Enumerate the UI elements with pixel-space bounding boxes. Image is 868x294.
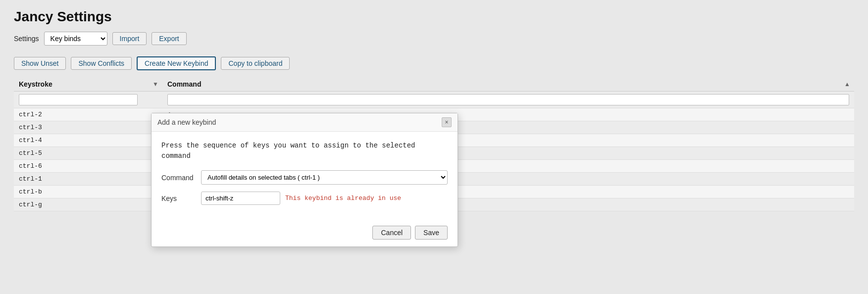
modal-close-button[interactable]: × <box>442 117 452 127</box>
keystroke-filter-cell <box>14 92 162 108</box>
keystroke-cell: ctrl-3 <box>14 121 162 134</box>
command-sort-icon: ▲ <box>844 81 850 88</box>
keystroke-cell: ctrl-1 <box>14 173 162 186</box>
modal-keys-row: Keys This keybind is already in use <box>161 192 448 205</box>
show-conflicts-button[interactable]: Show Conflicts <box>71 57 132 70</box>
import-button[interactable]: Import <box>112 32 147 45</box>
keystroke-filter-input[interactable] <box>19 94 138 105</box>
modal-instruction: Press the sequence of keys you want to a… <box>161 141 448 161</box>
settings-select[interactable]: Key binds General Appearance <box>44 32 107 46</box>
export-button[interactable]: Export <box>152 32 186 45</box>
modal-error-message: This keybind is already in use <box>285 195 401 202</box>
modal-footer: Cancel Save <box>152 221 458 246</box>
modal-title: Add a new keybind <box>157 118 216 126</box>
table-header-row: Keystroke ▼ Command ▲ <box>14 77 854 92</box>
command-column-header[interactable]: Command ▲ <box>162 77 854 92</box>
command-filter-cell <box>162 92 854 108</box>
save-button[interactable]: Save <box>415 226 448 240</box>
keystroke-cell: ctrl-g <box>14 198 162 211</box>
copy-clipboard-button[interactable]: Copy to clipboard <box>221 57 290 70</box>
keystroke-cell: ctrl-4 <box>14 134 162 147</box>
modal-command-row: Command Autofill details on selected tab… <box>161 170 448 185</box>
settings-label: Settings <box>14 35 39 43</box>
keystroke-cell: ctrl-5 <box>14 147 162 160</box>
keystroke-cell: ctrl-2 <box>14 108 162 121</box>
cancel-button[interactable]: Cancel <box>372 226 411 240</box>
command-field-label: Command <box>161 174 196 182</box>
modal-command-select[interactable]: Autofill details on selected tabs ( ctrl… <box>201 170 448 185</box>
toolbar: Show Unset Show Conflicts Create New Key… <box>14 56 854 70</box>
keystroke-cell: ctrl-b <box>14 186 162 198</box>
keystroke-sort-icon: ▼ <box>153 81 158 88</box>
modal-body: Press the sequence of keys you want to a… <box>152 132 458 221</box>
keys-field-label: Keys <box>161 195 196 202</box>
add-keybind-modal: Add a new keybind × Press the sequence o… <box>151 113 458 247</box>
filter-row <box>14 92 854 108</box>
keystroke-column-header[interactable]: Keystroke ▼ <box>14 77 162 92</box>
modal-header: Add a new keybind × <box>152 113 458 132</box>
keystroke-cell: ctrl-6 <box>14 160 162 173</box>
command-filter-input[interactable] <box>167 94 849 105</box>
create-new-keybind-button[interactable]: Create New Keybind <box>137 56 216 70</box>
modal-keys-input[interactable] <box>201 192 280 205</box>
settings-bar: Settings Key binds General Appearance Im… <box>14 32 854 46</box>
page-title: Jancy Settings <box>14 9 854 25</box>
show-unset-button[interactable]: Show Unset <box>14 57 66 70</box>
